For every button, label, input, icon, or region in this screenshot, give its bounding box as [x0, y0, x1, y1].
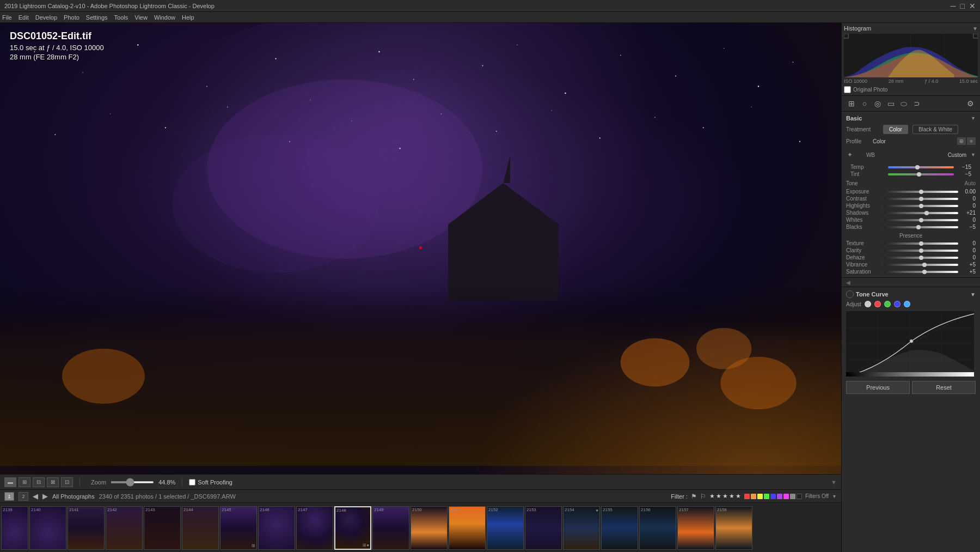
channel-luminance[interactable]	[904, 301, 910, 307]
texture-slider[interactable]	[884, 242, 958, 245]
menu-tools[interactable]: Tools	[114, 14, 128, 21]
thumb-first[interactable]: 2139	[1, 506, 28, 550]
eyedropper-icon[interactable]: ✦	[846, 147, 854, 162]
bw-treatment-button[interactable]: Black & White	[912, 125, 958, 134]
soft-proofing-toggle[interactable]: Soft Proofing	[189, 479, 232, 486]
saturation-slider[interactable]	[884, 271, 958, 273]
red-eye-tool[interactable]: ◎	[871, 98, 884, 109]
radial-filter-tool[interactable]: ⬭	[897, 98, 910, 109]
highlights-slider[interactable]	[884, 205, 958, 207]
list-item[interactable]: 2157	[677, 506, 714, 550]
menu-settings[interactable]: Settings	[86, 14, 108, 21]
flag-accept-icon[interactable]: ⚑	[691, 493, 697, 500]
list-item[interactable]: 2153	[525, 506, 562, 550]
color-none[interactable]	[797, 494, 802, 499]
list-item[interactable]: 2144	[182, 506, 219, 550]
wb-dropdown[interactable]: ▼	[971, 152, 976, 157]
color-gray[interactable]	[790, 494, 795, 499]
contrast-slider[interactable]	[884, 198, 958, 200]
list-item[interactable]: 2143	[144, 506, 181, 550]
list-item[interactable]: 2140	[29, 506, 66, 550]
histogram-expand-icon[interactable]: ▼	[972, 26, 978, 32]
blacks-slider[interactable]	[884, 226, 958, 228]
channel-blue[interactable]	[894, 301, 901, 307]
menu-view[interactable]: View	[134, 14, 148, 21]
people-view-button[interactable]: ⊡	[61, 477, 73, 487]
previous-button[interactable]: Previous	[846, 381, 910, 394]
color-purple[interactable]	[777, 494, 782, 499]
toolbar-expand[interactable]: ▼	[831, 479, 837, 486]
channel-green[interactable]	[884, 301, 891, 307]
list-item[interactable]: 2142	[106, 506, 143, 550]
list-item[interactable]: 2149	[372, 506, 409, 550]
color-blue[interactable]	[770, 494, 776, 499]
tint-slider[interactable]	[888, 173, 954, 175]
star-4[interactable]: ★	[729, 493, 734, 500]
spot-removal-tool[interactable]: ○	[858, 98, 871, 109]
dehaze-slider[interactable]	[884, 257, 958, 259]
basic-panel-header[interactable]: Basic ▼	[842, 114, 980, 123]
star-rating-filter[interactable]: ★ ★ ★ ★ ★	[709, 493, 741, 500]
vibrance-slider[interactable]	[884, 264, 958, 266]
grid-view-button[interactable]: ⊞	[19, 477, 30, 487]
auto-button[interactable]: Auto	[964, 180, 976, 186]
reset-button[interactable]: Reset	[912, 381, 976, 394]
tone-curve-header[interactable]: Tone Curve ▼	[842, 289, 980, 299]
adjustment-brush-tool[interactable]: ⊃	[910, 98, 923, 109]
clarity-slider[interactable]	[884, 250, 958, 252]
close-button[interactable]: ✕	[969, 2, 976, 10]
list-item[interactable]: 2141	[68, 506, 105, 550]
soft-proofing-checkbox[interactable]	[189, 479, 195, 486]
profile-list-button[interactable]: ≡	[967, 137, 976, 145]
list-item[interactable]: 2158	[715, 506, 752, 550]
color-treatment-button[interactable]: Color	[883, 125, 908, 134]
star-3[interactable]: ★	[722, 493, 728, 500]
list-item[interactable]: 2145 ⊞	[220, 506, 257, 550]
original-photo-toggle[interactable]: Original Photo	[844, 86, 978, 93]
tone-curve-expand[interactable]: ▼	[970, 292, 976, 298]
channel-red[interactable]	[874, 301, 881, 307]
survey-view-button[interactable]: ⊠	[47, 477, 59, 487]
star-1[interactable]: ★	[709, 493, 715, 500]
profile-grid-button[interactable]: ⊞	[957, 137, 966, 145]
settings-icon[interactable]: ⚙	[964, 98, 977, 109]
flag-reject-icon[interactable]: ⚐	[700, 493, 706, 500]
list-item[interactable]: 2152	[487, 506, 524, 550]
color-red[interactable]	[744, 494, 750, 499]
menu-photo[interactable]: Photo	[64, 14, 79, 21]
list-item[interactable]: 2147	[296, 506, 333, 550]
crop-tool[interactable]: ⊞	[845, 98, 858, 109]
whites-slider[interactable]	[884, 219, 958, 221]
menu-file[interactable]: File	[2, 14, 12, 21]
zoom-slider[interactable]	[111, 481, 154, 483]
menu-help[interactable]: Help	[182, 14, 194, 21]
tone-curve-enable[interactable]	[846, 290, 854, 298]
basic-panel-expand[interactable]: ▼	[971, 116, 976, 121]
menu-edit[interactable]: Edit	[19, 14, 29, 21]
single-view-button[interactable]: ▬	[4, 477, 16, 487]
filters-dropdown-arrow[interactable]: ▼	[832, 494, 837, 499]
star-2[interactable]: ★	[716, 493, 721, 500]
temp-slider[interactable]	[888, 166, 954, 168]
compare-view-button[interactable]: ⊟	[33, 477, 45, 487]
graduated-filter-tool[interactable]: ▭	[884, 98, 897, 109]
page-2-button[interactable]: 2	[19, 492, 28, 501]
exposure-slider[interactable]	[884, 191, 958, 193]
list-item[interactable]: 2150	[411, 506, 448, 550]
list-item[interactable]: 2151	[449, 506, 486, 550]
shadows-slider[interactable]	[884, 212, 958, 214]
channel-rgb[interactable]	[865, 301, 871, 307]
list-item[interactable]: 2154 ●	[563, 506, 600, 550]
window-controls[interactable]: ─ □ ✕	[951, 2, 976, 10]
filmstrip-next-nav[interactable]: ▶	[42, 492, 48, 500]
active-thumbnail[interactable]: 2148 ⊞●	[334, 506, 371, 550]
color-green[interactable]	[764, 494, 769, 499]
collapse-icon[interactable]: ◀	[846, 280, 850, 286]
filmstrip-prev-nav[interactable]: ◀	[33, 492, 38, 500]
menu-develop[interactable]: Develop	[35, 14, 57, 21]
list-item[interactable]: 2146	[258, 506, 295, 550]
color-pink[interactable]	[783, 494, 789, 499]
star-5[interactable]: ★	[736, 493, 741, 500]
list-item[interactable]: 2155	[601, 506, 638, 550]
list-item[interactable]: 2156	[639, 506, 676, 550]
